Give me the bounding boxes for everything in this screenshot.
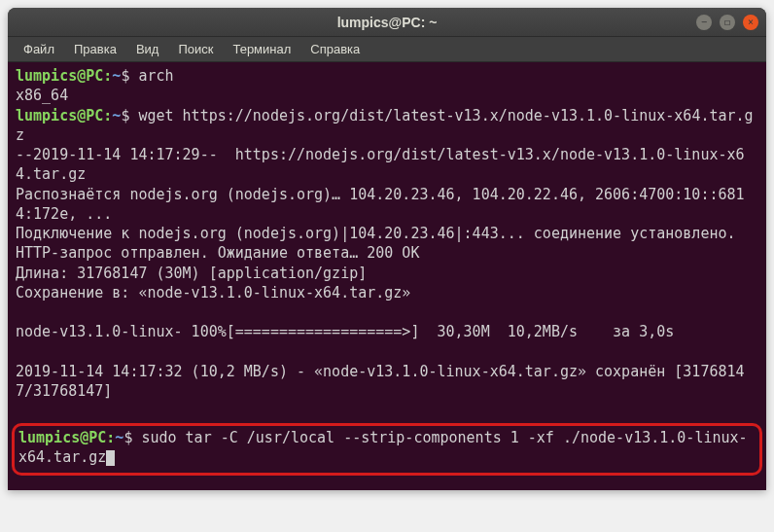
titlebar: lumpics@PC: ~ − ◻ × <box>8 8 766 37</box>
cursor-icon <box>106 450 115 466</box>
prompt-line-2: lumpics@PC:~$ wget https://nodejs.org/di… <box>16 106 758 146</box>
wget-output-connecting: Подключение к nodejs.org (nodejs.org)|10… <box>16 224 758 243</box>
prompt-symbol: $ <box>121 107 129 124</box>
menubar: Файл Правка Вид Поиск Терминал Справка <box>8 37 766 62</box>
blank-line <box>16 302 758 322</box>
terminal-window: lumpics@PC: ~ − ◻ × Файл Правка Вид Поис… <box>8 8 766 490</box>
menu-edit[interactable]: Правка <box>66 40 124 58</box>
wget-output-resolving: --2019-11-14 14:17:29-- https://nodejs.o… <box>16 145 758 185</box>
command-arch: arch <box>138 67 173 85</box>
terminal-body[interactable]: lumpics@PC:~$ arch x86_64 lumpics@PC:~$ … <box>8 62 766 490</box>
prompt-user: lumpics@PC: <box>16 107 112 124</box>
prompt-line-1: lumpics@PC:~$ arch <box>16 66 758 86</box>
prompt-line-3: lumpics@PC:~$ sudo tar -C /usr/local --s… <box>18 428 756 468</box>
wget-output-saved: 2019-11-14 14:17:32 (10,2 MB/s) - «node-… <box>16 362 758 402</box>
wget-output-dns: Распознаётся nodejs.org (nodejs.org)… 10… <box>16 185 758 225</box>
wget-output-saving: Сохранение в: «node-v13.1.0-linux-x64.ta… <box>16 283 758 302</box>
maximize-button[interactable]: ◻ <box>720 15 735 30</box>
menu-terminal[interactable]: Терминал <box>225 40 299 58</box>
wget-output-progress: node-v13.1.0-linux- 100%[===============… <box>16 322 758 341</box>
menu-file[interactable]: Файл <box>16 40 62 58</box>
highlighted-command-box: lumpics@PC:~$ sudo tar -C /usr/local --s… <box>12 423 762 477</box>
menu-search[interactable]: Поиск <box>170 40 221 58</box>
close-button[interactable]: × <box>743 15 758 30</box>
prompt-symbol: $ <box>123 429 132 446</box>
menu-view[interactable]: Вид <box>128 40 167 58</box>
blank-line <box>16 342 758 362</box>
prompt-user: lumpics@PC: <box>16 67 112 85</box>
window-controls: − ◻ × <box>696 15 758 30</box>
blank-line <box>16 401 758 420</box>
prompt-symbol: $ <box>121 67 129 85</box>
menu-help[interactable]: Справка <box>302 40 368 58</box>
output-arch: x86_64 <box>16 86 758 105</box>
window-title: lumpics@PC: ~ <box>337 15 438 30</box>
minimize-button[interactable]: − <box>696 15 712 30</box>
prompt-user: lumpics@PC: <box>18 429 115 446</box>
wget-output-http: HTTP-запрос отправлен. Ожидание ответа… … <box>16 243 758 263</box>
wget-output-length: Длина: 31768147 (30M) [application/gzip] <box>16 264 758 283</box>
